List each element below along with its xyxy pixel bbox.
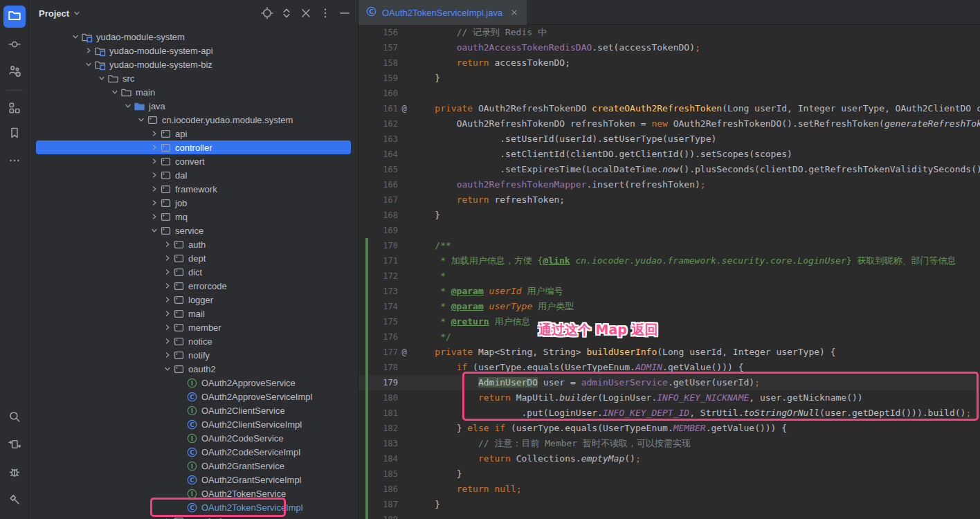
chevron-down-icon[interactable] <box>122 100 134 111</box>
debug-button[interactable] <box>3 462 26 484</box>
chevron-down-icon[interactable] <box>69 31 81 42</box>
locate-icon[interactable] <box>261 7 273 19</box>
line-number[interactable]: 183 <box>359 436 399 451</box>
chevron-down-icon[interactable] <box>148 225 160 236</box>
services-button[interactable] <box>3 435 26 457</box>
code-line-161[interactable]: 161@ private OAuth2RefreshTokenDO create… <box>359 101 980 116</box>
line-number[interactable]: 176 <box>359 329 399 345</box>
code-line-169[interactable]: 169 <box>359 223 980 238</box>
line-number[interactable]: 161 <box>359 101 399 116</box>
line-number[interactable]: 181 <box>359 406 399 421</box>
chevron-right-icon[interactable] <box>161 294 173 305</box>
tree-item-job[interactable]: job <box>29 196 358 210</box>
tree-item-mq[interactable]: mq <box>29 210 358 224</box>
tree-item-notify[interactable]: notify <box>29 348 358 362</box>
tree-item-yudao-module-system[interactable]: yudao-module-system <box>29 30 358 44</box>
chevron-down-icon[interactable] <box>82 59 94 70</box>
chevron-right-icon[interactable] <box>161 336 173 347</box>
line-number[interactable]: 179 <box>359 375 399 390</box>
code-line-159[interactable]: 159 } <box>359 71 980 86</box>
chevron-right-icon[interactable] <box>148 128 160 139</box>
expand-all-icon[interactable] <box>280 7 293 19</box>
tree-item-oauth2tokenserviceimpl[interactable]: COAuth2TokenServiceImpl <box>29 500 358 514</box>
code-line-168[interactable]: 168 } <box>359 208 980 223</box>
code-line-176[interactable]: 176 */ <box>359 329 980 345</box>
tab-oauth2tokenserviceimpl[interactable]: C OAuth2TokenServiceImpl.java <box>359 0 527 25</box>
chevron-right-icon[interactable] <box>82 45 94 56</box>
code-line-186[interactable]: 186 return null; <box>359 482 980 497</box>
code-line-165[interactable]: 165 .setExpiresTime(LocalDateTime.now().… <box>359 162 980 177</box>
tree-item-oauth2[interactable]: oauth2 <box>29 362 358 376</box>
line-number[interactable]: 188 <box>359 512 399 519</box>
line-number[interactable]: 157 <box>359 40 399 55</box>
code-line-179[interactable]: 179 AdminUserDO user = adminUserService.… <box>359 375 980 390</box>
line-number[interactable]: 156 <box>359 25 399 40</box>
chevron-right-icon[interactable] <box>161 280 173 291</box>
tree-item-dal[interactable]: dal <box>29 168 358 182</box>
code-line-160[interactable]: 160 <box>359 86 980 101</box>
tree-item-yudao-module-system-biz[interactable]: yudao-module-system-biz <box>29 57 358 71</box>
bookmarks-button[interactable] <box>3 123 26 145</box>
code-line-172[interactable]: 172 * <box>359 268 980 284</box>
code-line-173[interactable]: 173 * @param userId 用户编号 <box>359 284 980 299</box>
line-number[interactable]: 163 <box>359 131 399 147</box>
chevron-right-icon[interactable] <box>161 322 173 333</box>
line-number[interactable]: 170 <box>359 238 399 253</box>
line-number[interactable]: 158 <box>359 55 399 71</box>
code-line-157[interactable]: 157 oauth2AccessTokenRedisDAO.set(access… <box>359 40 980 55</box>
code-line-166[interactable]: 166 oauth2RefreshTokenMapper.insert(refr… <box>359 177 980 192</box>
tree-item-permission[interactable]: permission <box>29 514 358 519</box>
code-line-182[interactable]: 182 } else if (userType.equals(UserTypeE… <box>359 421 980 436</box>
tree-item-oauth2clientserviceimpl[interactable]: COAuth2ClientServiceImpl <box>29 417 358 431</box>
line-number[interactable]: 159 <box>359 71 399 86</box>
tree-item-oauth2clientservice[interactable]: IOAuth2ClientService <box>29 403 358 417</box>
code-line-170[interactable]: 170 /** <box>359 238 980 253</box>
code-line-158[interactable]: 158 return accessTokenDO; <box>359 55 980 71</box>
line-number[interactable]: 167 <box>359 192 399 208</box>
code-line-185[interactable]: 185 } <box>359 466 980 482</box>
code-line-175[interactable]: 175 * @return 用户信息 <box>359 314 980 329</box>
line-number[interactable]: 174 <box>359 299 399 314</box>
more-tools-button[interactable] <box>3 151 26 173</box>
tree-item-oauth2codeserviceimpl[interactable]: COAuth2CodeServiceImpl <box>29 445 358 459</box>
build-button[interactable] <box>3 490 26 512</box>
tree-item-framework[interactable]: framework <box>29 182 358 196</box>
line-number[interactable]: 162 <box>359 116 399 131</box>
line-number[interactable]: 175 <box>359 314 399 329</box>
line-number[interactable]: 165 <box>359 162 399 177</box>
tree-item-oauth2approveservice[interactable]: IOAuth2ApproveService <box>29 376 358 390</box>
structure-button[interactable] <box>3 98 26 120</box>
code-line-187[interactable]: 187 } <box>359 497 980 512</box>
chevron-down-icon[interactable] <box>135 114 147 125</box>
code-line-162[interactable]: 162 OAuth2RefreshTokenDO refreshToken = … <box>359 116 980 131</box>
project-panel-title[interactable]: Project <box>39 8 69 19</box>
hide-panel-icon[interactable] <box>338 7 351 19</box>
code-line-174[interactable]: 174 * @param userType 用户类型 <box>359 299 980 314</box>
code-line-180[interactable]: 180 return MapUtil.builder(LoginUser.INF… <box>359 390 980 406</box>
tree-item-member[interactable]: member <box>29 320 358 334</box>
line-number[interactable]: 169 <box>359 223 399 238</box>
line-number[interactable]: 180 <box>359 390 399 406</box>
chevron-right-icon[interactable] <box>148 142 160 153</box>
line-number[interactable]: 164 <box>359 147 399 162</box>
tree-item-service[interactable]: service <box>29 224 358 237</box>
search-button[interactable] <box>3 407 26 429</box>
tree-item-src[interactable]: src <box>29 71 358 85</box>
chevron-right-icon[interactable] <box>148 197 160 208</box>
code-line-178[interactable]: 178 if (userType.equals(UserTypeEnum.ADM… <box>359 360 980 375</box>
collapse-all-icon[interactable] <box>300 7 312 19</box>
chevron-down-icon[interactable] <box>109 86 120 98</box>
project-folder-button[interactable] <box>3 6 26 28</box>
code-editor[interactable]: 156 // 记录到 Redis 中157 oauth2AccessTokenR… <box>359 25 980 519</box>
tree-item-main[interactable]: main <box>29 85 358 99</box>
tree-item-oauth2tokenservice[interactable]: IOAuth2TokenService <box>29 486 358 500</box>
chevron-right-icon[interactable] <box>148 156 160 167</box>
line-number[interactable]: 185 <box>359 466 399 482</box>
chevron-right-icon[interactable] <box>161 266 173 277</box>
line-number[interactable]: 173 <box>359 284 399 299</box>
line-number[interactable]: 178 <box>359 360 399 375</box>
chevron-right-icon[interactable] <box>161 516 173 519</box>
tree-item-dict[interactable]: dict <box>29 265 358 279</box>
close-icon[interactable] <box>510 8 518 17</box>
chevron-right-icon[interactable] <box>161 349 173 361</box>
